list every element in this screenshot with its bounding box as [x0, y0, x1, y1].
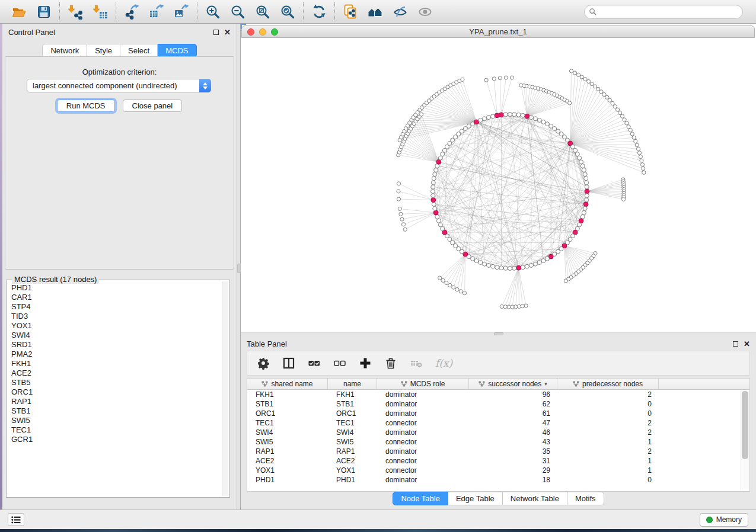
select-all-icon[interactable] — [308, 357, 321, 370]
float-panel-icon[interactable] — [733, 341, 738, 347]
tab-network[interactable]: Network — [42, 44, 87, 57]
table-row[interactable]: PHD1PHD1dominator180 — [247, 475, 749, 485]
table-cell: FKH1 — [247, 390, 328, 399]
close-panel-icon[interactable]: ✕ — [224, 30, 231, 35]
tab-select[interactable]: Select — [120, 44, 158, 57]
table-cell: connector — [377, 457, 469, 465]
table-row[interactable]: ORC1ORC1dominator610 — [247, 409, 749, 418]
list-item[interactable]: SWI4 — [11, 331, 218, 340]
table-row[interactable]: STB1STB1dominator620 — [247, 399, 749, 409]
optimization-criterion-label: Optimization criterion: — [5, 68, 234, 76]
list-item[interactable]: SRD1 — [11, 340, 218, 350]
import-network-icon[interactable] — [68, 4, 83, 20]
network-graph[interactable] — [241, 38, 756, 332]
search-box[interactable] — [584, 5, 743, 19]
zoom-in-icon[interactable] — [205, 4, 221, 20]
table-row[interactable]: FKH1FKH1dominator962 — [247, 390, 749, 399]
mcds-result-list[interactable]: PHD1CAR1STP4TID3YOX1SWI4SRD1PMA2FKH1ACE2… — [8, 282, 221, 495]
search-icon — [589, 8, 596, 15]
list-item[interactable]: GCR1 — [11, 435, 218, 444]
export-network-icon[interactable] — [124, 4, 139, 20]
hide-eye-icon[interactable] — [393, 4, 408, 20]
search-input[interactable] — [599, 8, 738, 16]
result-list-scrollbar[interactable] — [222, 281, 228, 496]
zoom-fit-icon[interactable] — [255, 4, 270, 20]
list-item[interactable]: CAR1 — [11, 293, 218, 302]
desktop-wallpaper-bottom — [0, 529, 756, 532]
list-item[interactable]: YOX1 — [11, 321, 218, 331]
refresh-layout-icon[interactable] — [311, 4, 327, 20]
table-cell: 0 — [557, 476, 659, 484]
table-cell: SWI5 — [328, 438, 377, 446]
list-item[interactable]: FKH1 — [11, 359, 218, 368]
network-file-icon[interactable] — [343, 4, 358, 20]
memory-button[interactable]: Memory — [700, 513, 748, 527]
optimization-criterion-dropdown[interactable]: largest connected component (undirected) — [27, 79, 211, 92]
column-header-predecessor-nodes[interactable]: predecessor nodes — [557, 379, 659, 389]
delete-column-icon[interactable] — [384, 357, 397, 370]
table-row[interactable]: SWI5SWI5connector431 — [247, 437, 749, 447]
export-image-icon[interactable] — [174, 4, 189, 20]
save-icon[interactable] — [36, 4, 52, 20]
table-cell: ACE2 — [247, 457, 328, 465]
table-cell: dominator — [377, 428, 469, 437]
close-panel-button[interactable]: Close panel — [123, 100, 183, 112]
tab-style[interactable]: Style — [87, 44, 120, 57]
tab-node-table[interactable]: Node Table — [393, 492, 448, 505]
list-item[interactable]: ORC1 — [11, 387, 218, 397]
minimize-window-icon[interactable] — [259, 28, 266, 36]
column-header-successor-nodes[interactable]: successor nodes▾ — [469, 379, 557, 389]
control-panel-titlebar: Control Panel ✕ — [2, 24, 237, 40]
list-item[interactable]: PMA2 — [11, 350, 218, 359]
import-table-icon[interactable] — [92, 4, 108, 20]
task-history-button[interactable] — [8, 513, 24, 526]
table-row[interactable]: TEC1TEC1connector472 — [247, 418, 749, 428]
table-row[interactable]: SWI4SWI4dominator462 — [247, 428, 749, 437]
tab-edge-table[interactable]: Edge Table — [448, 492, 503, 505]
maximize-window-icon[interactable] — [271, 28, 278, 36]
gear-icon[interactable] — [257, 357, 270, 370]
show-eye-icon[interactable] — [417, 4, 433, 20]
deselect-all-icon[interactable] — [333, 357, 346, 370]
column-header-name[interactable]: name — [328, 379, 377, 389]
add-column-icon[interactable] — [359, 357, 372, 370]
list-item[interactable]: STP4 — [11, 302, 218, 312]
network-view-canvas[interactable] — [241, 38, 756, 332]
network-window-titlebar[interactable]: YPA_prune.txt_1 — [241, 25, 755, 38]
list-item[interactable]: STB5 — [11, 378, 218, 387]
float-panel-icon[interactable] — [213, 30, 219, 35]
list-item[interactable]: STB1 — [11, 406, 218, 416]
list-item[interactable]: PHD1 — [11, 283, 218, 293]
node-table: shared namenameMCDS rolesuccessor nodes▾… — [247, 378, 750, 492]
vertical-splitter[interactable] — [237, 24, 241, 509]
tab-motifs[interactable]: Motifs — [567, 492, 604, 505]
column-header-MCDS-role[interactable]: MCDS role — [377, 379, 469, 389]
export-table-icon[interactable] — [149, 4, 164, 20]
table-row[interactable]: ACE2ACE2connector311 — [247, 456, 749, 466]
open-folder-icon[interactable] — [11, 4, 27, 20]
memory-status-icon — [706, 517, 713, 523]
table-row[interactable]: RAP1RAP1dominator352 — [247, 447, 749, 456]
tab-network-table[interactable]: Network Table — [503, 492, 567, 505]
close-window-icon[interactable] — [247, 28, 254, 36]
table-cell: dominator — [377, 447, 469, 456]
tab-mcds[interactable]: MCDS — [158, 44, 196, 57]
home-networks-icon[interactable] — [368, 4, 383, 20]
show-columns-icon[interactable] — [282, 357, 295, 370]
zoom-selected-icon[interactable] — [280, 4, 295, 20]
list-item[interactable]: SWI5 — [11, 416, 218, 425]
table-panel-title: Table Panel — [247, 339, 287, 348]
close-panel-icon[interactable]: ✕ — [744, 341, 750, 347]
run-mcds-button[interactable]: Run MCDS — [57, 100, 115, 112]
list-item[interactable]: RAP1 — [11, 397, 218, 406]
table-cell: PHD1 — [328, 476, 377, 484]
zoom-out-icon[interactable] — [230, 4, 245, 20]
column-header-shared-name[interactable]: shared name — [247, 379, 328, 389]
table-cell: RAP1 — [328, 447, 377, 456]
list-item[interactable]: TEC1 — [11, 425, 218, 435]
table-cell: 47 — [469, 419, 557, 427]
list-item[interactable]: ACE2 — [11, 368, 218, 378]
table-row[interactable]: YOX1YOX1connector291 — [247, 466, 749, 475]
list-item[interactable]: TID3 — [11, 312, 218, 321]
table-scrollbar-thumb[interactable] — [742, 391, 748, 459]
